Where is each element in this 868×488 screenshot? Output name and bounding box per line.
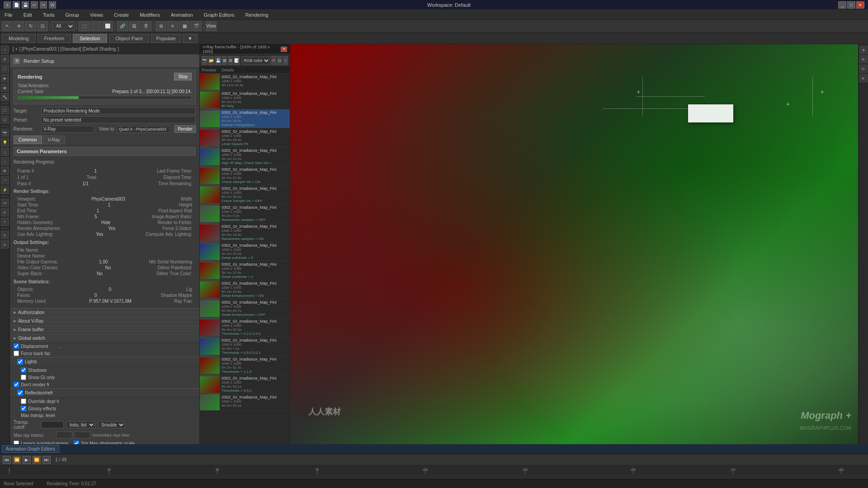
secondary-rays-input[interactable]: 0.0 [74, 432, 90, 439]
displacement-checkbox[interactable] [14, 343, 19, 349]
icon-geometry[interactable]: △ [1, 148, 9, 156]
right-icon-2[interactable]: ⊞ [859, 55, 868, 63]
icon-lights[interactable]: 💡 [1, 138, 9, 146]
minimize-button[interactable]: _ [838, 1, 846, 9]
toolbar-link[interactable]: 🔗 [117, 21, 128, 31]
render-tab-vray[interactable]: V-Ray [43, 136, 65, 144]
icon-redo[interactable]: ↪ [40, 1, 47, 9]
tab-populate-arrow[interactable]: ▼ [183, 34, 198, 43]
lights-subsection[interactable]: Lights [10, 357, 199, 366]
vray-blue-channel[interactable]: B [283, 56, 288, 65]
vray-green-channel[interactable]: G [277, 56, 282, 65]
toolbar-array[interactable]: ▦ [179, 21, 190, 31]
history-item[interactable]: 0302_GI_Irradiance_Map_Fini 1000 x 1000 … [200, 337, 290, 356]
main-viewport[interactable]: + + + Mograph + MOGRAPHPLUS.COM 人人素材 [290, 44, 858, 444]
history-item[interactable]: 0302_GI_Irradiance_Map_Fini 1000 x 1000 … [200, 242, 290, 261]
close-button[interactable]: ✕ [856, 1, 864, 9]
icon-spacewarps[interactable]: 〰 [1, 176, 9, 184]
transp-dropdown-2[interactable]: Sroulde... [98, 421, 125, 428]
history-item[interactable]: 0302_GI_Irradiance_Map_Fini 1000 x 1000 … [200, 280, 290, 299]
toolbar-align[interactable]: ≡ [167, 21, 178, 31]
max-ray-intensity-input[interactable]: 20.0 [56, 432, 72, 439]
vray-script-icon[interactable]: 📝 [234, 56, 240, 65]
icon-mat-editor[interactable]: M [1, 199, 9, 207]
icon-ws[interactable]: W [49, 1, 56, 9]
history-item[interactable]: 0302_GI_Irradiance_Map_Fini 1000 x 1000 … [200, 394, 290, 411]
history-item[interactable]: 0302_GI_Irradiance_Map_Fini 1000 x 1000 … [200, 109, 290, 128]
target-value[interactable]: Production Rendering Mode [41, 107, 196, 114]
icon-render-menu[interactable]: R [1, 208, 9, 216]
icon-utilities-panel[interactable]: 🔧 [1, 93, 9, 101]
toolbar-view-btn[interactable]: View [206, 21, 217, 31]
render-button[interactable]: Render [175, 125, 196, 133]
icon-selection-set[interactable]: ☐ [1, 106, 9, 114]
icon-helpers[interactable]: ✚ [1, 167, 9, 175]
toolbar-window-select[interactable]: ⬛ [90, 21, 101, 31]
tab-selection[interactable]: Selection [73, 34, 107, 43]
override-depth-checkbox[interactable] [21, 399, 26, 404]
menu-rendering[interactable]: Rendering [243, 11, 271, 19]
icon-track-view[interactable]: T [1, 218, 9, 226]
icon-file[interactable]: 📄 [13, 1, 20, 9]
toolbar-move[interactable]: ✛ [14, 21, 24, 31]
render-settings-scroll[interactable]: Common Parameters Rendering Progress: Fr… [10, 144, 199, 444]
renderer-value[interactable]: V-Ray [41, 126, 94, 133]
right-icon-1[interactable]: ◈ [859, 46, 868, 54]
icon-modify-panel[interactable]: ⚙ [1, 55, 9, 63]
dont-render-checkbox[interactable] [14, 382, 19, 387]
menu-animation[interactable]: Animation [168, 11, 196, 19]
history-item[interactable]: 0302_GI_Irradiance_Map_Fini 1000 x 1000 … [200, 147, 290, 166]
anim-tab-label[interactable]: Animation Graph Editors [2, 445, 59, 453]
toolbar-bind[interactable]: B [141, 21, 151, 31]
prev-frame-button[interactable]: ⏪ [13, 456, 21, 464]
reflection-checkbox[interactable] [17, 390, 23, 396]
history-item[interactable]: 0302_GI_Irradiance_Map_Fini 1000 x 1000 … [200, 261, 290, 280]
history-item[interactable]: 0302_GI_Irradiance_Map_Fini 1000 x 1000 … [200, 166, 290, 185]
history-item[interactable]: 0302_GI_Irradiance_Map_Fini 1000 x 1000 … [200, 204, 290, 223]
toolbar-region-select[interactable]: ⬚ [79, 21, 90, 31]
tab-freeform[interactable]: Freeform [38, 34, 71, 43]
toolbar-mirror[interactable]: ⧉ [156, 21, 166, 31]
vray-camera-icon[interactable]: 📷 [202, 56, 208, 65]
right-icon-4[interactable]: ⊕ [859, 74, 868, 82]
history-item[interactable]: 0302_GI_Irradiance_Map_Fini 1000 x 1000 … [200, 375, 290, 394]
tab-object-paint[interactable]: Object Paint [109, 34, 150, 43]
lights-checkbox[interactable] [17, 359, 23, 365]
history-item[interactable]: 0302_GI_Irradiance_Map_Fini 1000 x 1000 … [200, 223, 290, 242]
stop-button[interactable]: Stop [174, 73, 192, 80]
section-frame-buffer[interactable]: ▶ Frame buffer [10, 325, 199, 334]
icon-shapes[interactable]: ○ [1, 157, 9, 165]
right-icon-3[interactable]: ⊟ [859, 65, 868, 73]
icon-save[interactable]: 💾 [22, 1, 29, 9]
icon-angle-snap[interactable]: A [1, 240, 9, 249]
next-frame-button[interactable]: ⏩ [33, 456, 41, 464]
toolbar-render-setup[interactable]: 🎬 [191, 21, 202, 31]
icon-camera[interactable]: 📷 [1, 129, 9, 137]
icon-undo[interactable]: ↩ [31, 1, 38, 9]
play-forward-button[interactable]: ⏭ [42, 456, 51, 464]
vray-save-icon[interactable]: 💾 [215, 56, 221, 65]
icon-snap-toggle[interactable]: S [1, 231, 9, 239]
history-item[interactable]: 0302_GI_Irradiance_Map_Fini 1000 x 1000 … [200, 299, 290, 318]
toolbar-filter-dropdown[interactable]: All [52, 22, 75, 31]
shadows-checkbox[interactable] [21, 367, 26, 373]
history-item[interactable]: 0302_GI_Irradiance_Map_Fini 1000 x 1000 … [200, 185, 290, 204]
vray-red-channel[interactable]: R [271, 56, 276, 65]
history-item[interactable]: 0302_GI_Irradiance_Map_Fini 1000 x 1000 … [200, 356, 290, 375]
transp-dropdown-1[interactable]: Indu. list [66, 421, 95, 428]
timeline-track[interactable]: 1 25 50 75 100 125 150 175 200 [0, 465, 868, 475]
show-gi-only-checkbox[interactable] [21, 375, 26, 380]
toolbar-select[interactable]: ↖ [2, 21, 13, 31]
photometric-checkbox[interactable] [74, 441, 79, 444]
icon-hierarchy-panel[interactable]: ⬡ [1, 65, 9, 73]
menu-graph-editors[interactable]: Graph Editors [201, 11, 237, 19]
icon-motion-panel[interactable]: ▶ [1, 74, 9, 82]
icon-named-selection[interactable]: ☑ [1, 116, 9, 124]
menu-views[interactable]: Views [87, 11, 106, 19]
menu-file[interactable]: File [2, 11, 15, 19]
toolbar-unlink[interactable]: ⛓ [129, 21, 140, 31]
history-item[interactable]: 0302_GI_Irradiance_Map_Fini 1000 x 1000 … [200, 128, 290, 147]
icon-systems[interactable]: ⚡ [1, 186, 9, 194]
render-history-list[interactable]: 0302_GI_Irradiance_Map_Fini 1000 x 1000 … [200, 74, 290, 444]
menu-modifiers[interactable]: Modifiers [137, 11, 163, 19]
